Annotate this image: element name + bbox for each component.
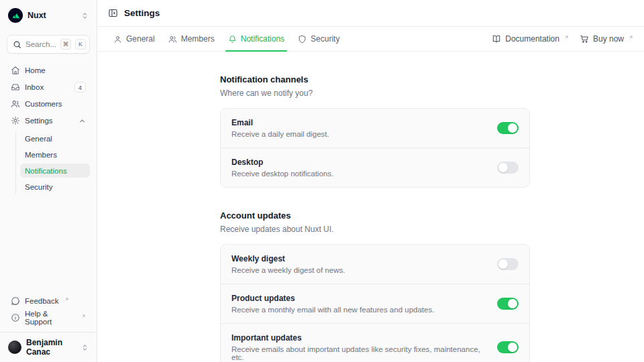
tab-security[interactable]: Security (292, 27, 345, 51)
team-name: Nuxt (28, 11, 76, 20)
search-icon (13, 40, 21, 49)
setting-row-product-updates: Product updates Receive a monthly email … (221, 284, 529, 323)
setting-row-desktop: Desktop Receive desktop notifications. (221, 147, 529, 187)
account-updates-card: Weekly digest Receive a weekly digest of… (220, 244, 530, 362)
sidebar-item-members[interactable]: Members (20, 147, 90, 162)
sidebar-footer: Feedback Help & Support (7, 294, 90, 329)
buy-now-button[interactable]: Buy now (580, 34, 633, 44)
setting-text: Desktop Receive desktop notifications. (231, 158, 497, 178)
setting-label: Product updates (231, 294, 484, 303)
person-icon (113, 35, 122, 44)
inbox-icon (11, 82, 20, 92)
kbd-meta: ⌘ (60, 39, 71, 50)
settings-sub-list: General Members Notifications Security (15, 131, 90, 194)
gear-icon (11, 116, 20, 125)
tabbar-actions: Documentation Buy now (492, 34, 633, 44)
tab-label: Notifications (241, 34, 284, 44)
section-title: Notification channels (220, 74, 530, 84)
inbox-count-badge: 4 (74, 82, 86, 93)
sidebar-item-customers[interactable]: Customers (7, 97, 90, 111)
sidebar-item-label: Customers (25, 100, 86, 108)
sidebar-item-label: Settings (25, 117, 74, 125)
page-title: Settings (124, 8, 160, 18)
main-panel: Settings General Members Notifications (97, 0, 644, 362)
chevron-up-icon (78, 117, 86, 125)
setting-label: Email (231, 118, 484, 127)
app-window: Nuxt Search... ⌘ K Home (0, 0, 644, 362)
sidebar-item-home[interactable]: Home (7, 63, 90, 78)
setting-text: Email Receive a daily email digest. (231, 118, 497, 138)
email-toggle[interactable] (497, 122, 519, 134)
search-input[interactable]: Search... ⌘ K (7, 35, 90, 54)
tab-general[interactable]: General (108, 27, 160, 51)
help-support-label: Help & Support (25, 310, 76, 326)
external-link-icon (64, 297, 69, 302)
notification-channels-card: Email Receive a daily email digest. Desk… (220, 108, 530, 188)
section-title: Account updates (220, 210, 530, 221)
product-updates-toggle[interactable] (497, 298, 519, 310)
collapse-sidebar-icon[interactable] (108, 8, 118, 18)
setting-description: Receive a weekly digest of news. (231, 266, 484, 274)
important-updates-toggle[interactable] (497, 341, 519, 353)
tab-label: General (126, 34, 155, 44)
sidebar-item-notifications[interactable]: Notifications (20, 164, 90, 178)
sidebar-item-label: Inbox (25, 83, 70, 91)
setting-label: Desktop (231, 158, 484, 167)
feedback-link[interactable]: Feedback (7, 294, 90, 308)
section-subtitle: Where can we notify you? (220, 88, 530, 98)
external-link-icon (81, 314, 86, 318)
user-name: Benjamin Canac (26, 338, 76, 357)
sidebar-item-label: Home (25, 66, 86, 74)
section-account-updates: Account updates Receive updates about Nu… (220, 210, 530, 362)
sidebar-divider (0, 332, 97, 333)
sidebar-item-general[interactable]: General (20, 131, 90, 145)
search-placeholder: Search... (25, 40, 56, 48)
feedback-label: Feedback (25, 297, 59, 305)
setting-row-email: Email Receive a daily email digest. (221, 109, 529, 147)
avatar (8, 341, 21, 354)
content-column: Notification channels Where can we notif… (220, 52, 530, 362)
tab-notifications[interactable]: Notifications (223, 27, 290, 51)
sidebar-item-inbox[interactable]: Inbox 4 (7, 80, 90, 95)
page-header: Settings (97, 0, 644, 27)
setting-text: Important updates Receive emails about i… (231, 333, 497, 361)
user-menu[interactable]: Benjamin Canac (7, 337, 90, 358)
team-switcher[interactable]: Nuxt (7, 5, 90, 25)
tab-members[interactable]: Members (163, 27, 220, 51)
setting-row-important-updates: Important updates Receive emails about i… (221, 323, 529, 362)
documentation-link[interactable]: Documentation (492, 34, 569, 44)
shopping-cart-icon (580, 34, 589, 44)
setting-description: Receive desktop notifications. (231, 170, 484, 178)
settings-content: Notification channels Where can we notif… (97, 52, 644, 362)
section-notification-channels: Notification channels Where can we notif… (220, 74, 530, 188)
setting-row-weekly-digest: Weekly digest Receive a weekly digest of… (221, 245, 529, 284)
tab-label: Security (311, 34, 339, 44)
sidebar-spacer (7, 194, 90, 294)
shield-icon (298, 35, 307, 44)
sidebar: Nuxt Search... ⌘ K Home (0, 0, 97, 362)
setting-description: Receive a monthly email with all new fea… (231, 306, 484, 314)
setting-text: Product updates Receive a monthly email … (231, 294, 497, 314)
chat-bubble-icon (11, 296, 20, 306)
external-link-icon (629, 35, 633, 40)
nuxt-logo-icon (8, 8, 23, 23)
documentation-label: Documentation (505, 34, 559, 44)
sidebar-item-security[interactable]: Security (20, 180, 90, 194)
sidebar-nav: Home Inbox 4 Customers Settings (7, 63, 90, 194)
setting-label: Weekly digest (231, 254, 484, 263)
bell-icon (228, 35, 237, 44)
sidebar-item-settings[interactable]: Settings (7, 113, 90, 128)
setting-label: Important updates (231, 333, 484, 343)
weekly-digest-toggle[interactable] (497, 258, 519, 270)
users-icon (11, 99, 20, 109)
buy-now-label: Buy now (593, 34, 624, 44)
help-support-link[interactable]: Help & Support (7, 310, 90, 325)
desktop-toggle[interactable] (497, 162, 519, 174)
section-subtitle: Receive updates about Nuxt UI. (220, 225, 530, 234)
home-icon (11, 66, 20, 75)
external-link-icon (564, 35, 569, 40)
setting-description: Receive emails about important updates l… (231, 345, 484, 361)
info-circle-icon (11, 313, 20, 322)
setting-text: Weekly digest Receive a weekly digest of… (231, 254, 497, 274)
setting-description: Receive a daily email digest. (231, 130, 484, 138)
